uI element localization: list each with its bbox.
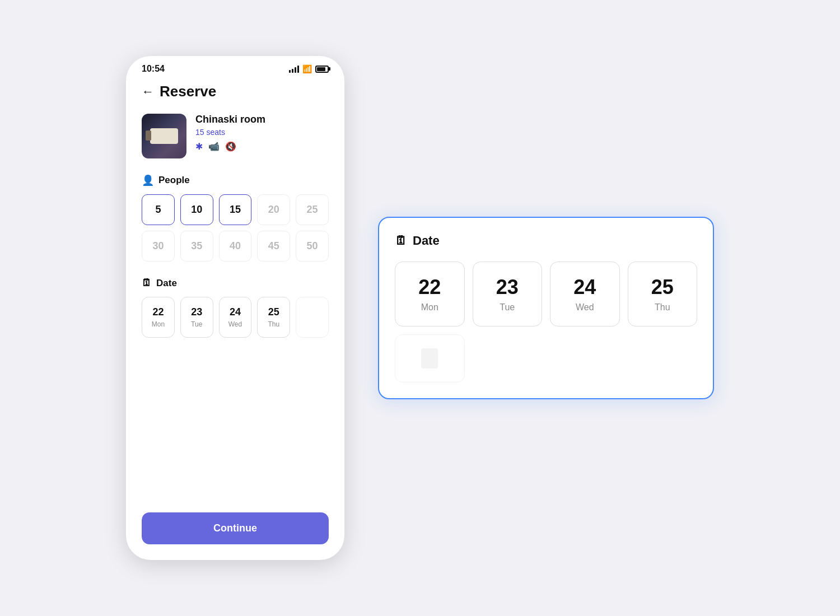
people-cell-10[interactable]: 10 [180, 194, 213, 225]
date-grid: 22 Mon 23 Tue 24 Wed 25 Thu [142, 297, 329, 338]
people-cell-45[interactable]: 45 [257, 231, 290, 262]
room-info: Chinaski room 15 seats ✱ 📹 🔇 [195, 114, 265, 152]
zoom-header-label: Date [413, 234, 440, 248]
people-cell-40[interactable]: 40 [219, 231, 252, 262]
phone-frame: 10:54 📶 ← Reserve Chinaski roo [126, 56, 344, 560]
date-cell-23[interactable]: 23 Tue [180, 297, 213, 338]
people-cell-30[interactable]: 30 [142, 231, 175, 262]
zoom-card: 🗓 Date 22 Mon 23 Tue 24 Wed 25 Thu [378, 217, 714, 399]
people-grid: 5 10 15 20 25 30 35 40 45 50 [142, 194, 329, 262]
people-cell-35[interactable]: 35 [180, 231, 213, 262]
page-title: Reserve [160, 83, 216, 100]
date-cell-25[interactable]: 25 Thu [257, 297, 290, 338]
people-label: 👤 People [142, 174, 329, 186]
page-header: ← Reserve [142, 83, 329, 100]
people-cell-15[interactable]: 15 [219, 194, 252, 225]
zoom-date-grid: 22 Mon 23 Tue 24 Wed 25 Thu [395, 262, 697, 382]
room-name: Chinaski room [195, 114, 265, 125]
people-cell-50[interactable]: 50 [296, 231, 329, 262]
people-cell-20[interactable]: 20 [257, 194, 290, 225]
zoom-date-partial [395, 334, 465, 382]
zoom-date-24[interactable]: 24 Wed [550, 262, 620, 326]
battery-icon [315, 66, 329, 73]
wifi-icon: 📶 [302, 64, 312, 73]
room-seats: 15 seats [195, 128, 265, 137]
status-bar: 10:54 📶 [126, 56, 344, 77]
room-amenities: ✱ 📹 🔇 [195, 141, 265, 152]
signal-bars-icon [289, 65, 299, 73]
status-time: 10:54 [142, 64, 165, 74]
date-cell-24[interactable]: 24 Wed [219, 297, 252, 338]
people-cell-25[interactable]: 25 [296, 194, 329, 225]
date-section: 🗓 Date 22 Mon 23 Tue 24 Wed 25 Thu [142, 277, 329, 338]
calendar-icon: 🗓 [142, 277, 152, 289]
room-card: Chinaski room 15 seats ✱ 📹 🔇 [142, 114, 329, 158]
zoom-date-23[interactable]: 23 Tue [473, 262, 543, 326]
people-cell-5[interactable]: 5 [142, 194, 175, 225]
date-cell-22[interactable]: 22 Mon [142, 297, 175, 338]
back-button[interactable]: ← [142, 85, 154, 99]
people-section: 👤 People 5 10 15 20 25 30 35 40 45 50 [142, 174, 329, 277]
status-icons: 📶 [289, 64, 329, 73]
zoom-calendar-icon: 🗓 [395, 234, 407, 248]
zoom-date-22[interactable]: 22 Mon [395, 262, 465, 326]
date-cell-partial [296, 297, 329, 338]
video-icon: 📹 [208, 141, 220, 152]
mute-icon: 🔇 [225, 141, 236, 152]
zoom-date-25[interactable]: 25 Thu [628, 262, 698, 326]
room-image [142, 114, 186, 158]
date-label: 🗓 Date [142, 277, 329, 289]
bluetooth-icon: ✱ [195, 141, 203, 152]
zoom-header: 🗓 Date [395, 234, 697, 248]
person-icon: 👤 [142, 174, 154, 186]
continue-button[interactable]: Continue [142, 512, 329, 544]
phone-content: ← Reserve Chinaski room 15 seats ✱ 📹 🔇 [126, 77, 344, 560]
